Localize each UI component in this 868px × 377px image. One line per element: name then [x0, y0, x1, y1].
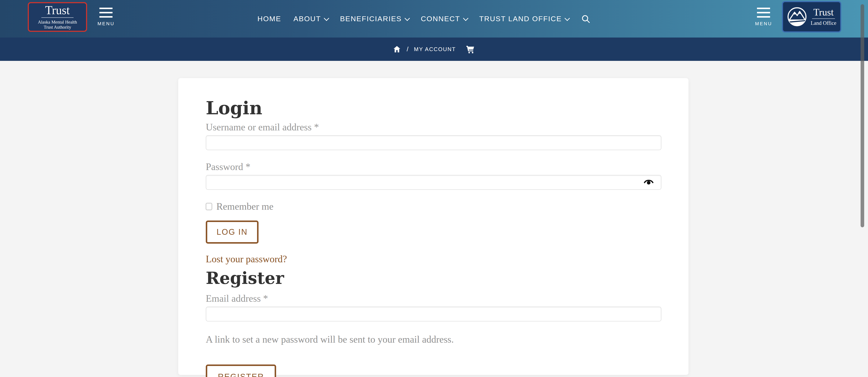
log-in-button[interactable]: LOG IN [206, 221, 258, 243]
username-label: Username or email address * [206, 121, 661, 133]
menu-button-left[interactable]: MENU [97, 8, 115, 27]
menu-button-label: MENU [755, 21, 772, 27]
trust-authority-logo-subtitle: Alaska Mental Health Trust Authority [38, 20, 77, 30]
nav-item-about[interactable]: ABOUT [293, 14, 328, 23]
hamburger-icon [99, 8, 113, 18]
show-password-toggle[interactable] [643, 178, 654, 187]
nav-item-home[interactable]: HOME [257, 14, 281, 23]
lost-password-link[interactable]: Lost your password? [206, 253, 287, 265]
chevron-down-icon [564, 16, 570, 21]
register-note: A link to set a new password will be sen… [206, 334, 661, 345]
top-navigation-bar: Trust Alaska Mental Health Trust Authori… [0, 0, 868, 37]
nav-item-beneficiaries[interactable]: BENEFICIARIES [340, 14, 408, 23]
register-heading: Register [206, 269, 661, 287]
chevron-down-icon [463, 16, 468, 21]
login-heading: Login [206, 98, 661, 118]
remember-me-label: Remember me [216, 201, 274, 212]
eye-icon [643, 178, 654, 187]
search-icon [581, 14, 591, 24]
primary-nav: HOME ABOUT BENEFICIARIES CONNECT TRUST L… [257, 0, 591, 37]
scrollbar-thumb[interactable] [861, 4, 864, 227]
cart-link[interactable] [465, 44, 475, 54]
chevron-down-icon [324, 16, 329, 21]
email-label: Email address * [206, 293, 661, 304]
remember-me-row: Remember me [206, 201, 661, 212]
chevron-down-icon [405, 16, 410, 21]
remember-me-checkbox[interactable] [206, 203, 212, 210]
trust-authority-logo-title: Trust [41, 4, 73, 18]
breadcrumb: / MY ACCOUNT [0, 37, 868, 61]
trust-authority-logo[interactable]: Trust Alaska Mental Health Trust Authori… [28, 2, 87, 32]
password-label: Password * [206, 161, 661, 172]
nav-item-trust-land-office[interactable]: TRUST LAND OFFICE [479, 14, 568, 23]
cart-icon [465, 44, 475, 54]
trust-land-office-logo-subtitle: Land Office [811, 20, 836, 26]
trust-land-office-logo-title: Trust [812, 7, 835, 19]
password-field-wrapper [206, 175, 661, 190]
nav-item-connect[interactable]: CONNECT [421, 14, 467, 23]
password-input[interactable] [206, 175, 661, 190]
menu-button-label: MENU [97, 21, 115, 27]
email-input[interactable] [206, 307, 661, 321]
breadcrumb-separator: / [407, 46, 408, 53]
trust-land-office-logo[interactable]: Trust Land Office [782, 1, 841, 32]
home-icon [393, 45, 401, 53]
search-button[interactable] [581, 14, 591, 24]
account-card: Login Username or email address * Passwo… [178, 78, 689, 375]
register-button[interactable]: REGISTER [206, 365, 276, 377]
breadcrumb-current-page: MY ACCOUNT [414, 46, 456, 53]
menu-button-right[interactable]: MENU [755, 8, 772, 27]
breadcrumb-home-link[interactable] [393, 45, 401, 53]
hamburger-icon [757, 8, 770, 18]
mountain-logo-icon [787, 6, 807, 27]
username-input[interactable] [206, 135, 661, 150]
